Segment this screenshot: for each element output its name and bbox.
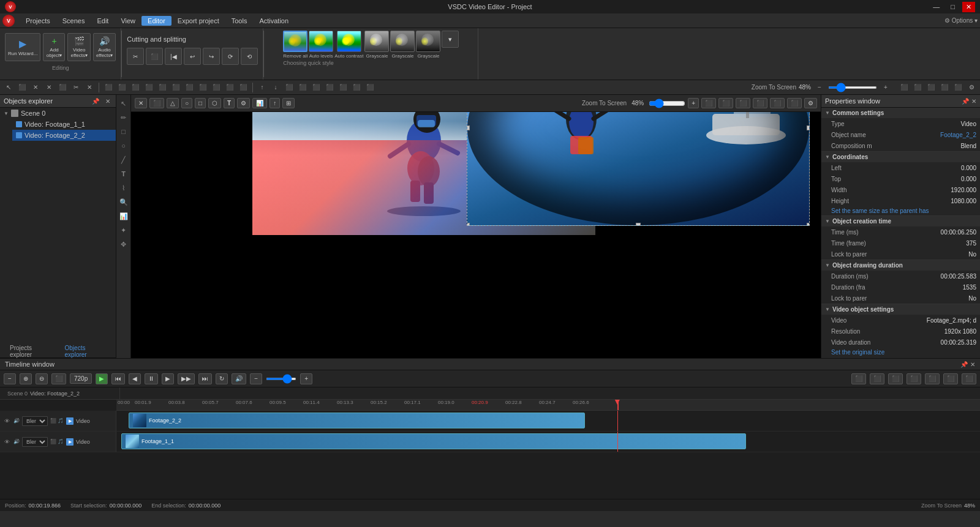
canvas-tb-gear[interactable]: ⚙ <box>237 98 250 108</box>
tb2-align10[interactable]: ⬛ <box>224 82 236 93</box>
tb2-select[interactable]: ⬛ <box>16 82 28 93</box>
tb2-align11[interactable]: ⬛ <box>237 82 249 93</box>
tb2-align3[interactable]: ⬛ <box>129 82 141 93</box>
tb2-b2[interactable]: ✂ <box>70 82 82 93</box>
lt-line[interactable]: ╱ <box>118 154 130 166</box>
tb2-lock[interactable]: ⬛ <box>323 82 336 93</box>
tb2-view4[interactable]: ⬛ <box>938 82 951 93</box>
object-drawing-header[interactable]: ▼ Object drawing duration <box>821 260 980 271</box>
tb2-more1[interactable]: ⬛ <box>337 82 349 93</box>
tl-minus[interactable]: − <box>4 373 16 384</box>
tl-snap[interactable]: ⬛ <box>851 373 866 384</box>
clip-footage11[interactable]: Footage_1_1 <box>121 433 746 449</box>
qs-auto-contrast[interactable] <box>337 31 361 52</box>
tb2-arrange[interactable]: ⬛ <box>283 82 295 93</box>
tl-fast-fwd[interactable]: ▶▶ <box>178 373 195 384</box>
tb2-align9[interactable]: ⬛ <box>210 82 222 93</box>
canvas-view3[interactable]: ⬛ <box>736 98 750 108</box>
tl-vol[interactable]: 🔊 <box>232 373 246 384</box>
tl-zoom-fit[interactable]: ⬛ <box>943 373 958 384</box>
common-settings-header[interactable]: ▼ Common settings <box>821 108 980 118</box>
cut-btn1[interactable]: ✂ <box>127 48 144 65</box>
qs-grayscale1[interactable] <box>364 31 389 52</box>
tb2-align4[interactable]: ⬛ <box>143 82 155 93</box>
objects-explorer-close[interactable]: ✕ <box>104 98 112 105</box>
cut-btn2[interactable]: ⬛ <box>146 48 163 65</box>
tl-vol-down[interactable]: − <box>250 373 262 384</box>
tb2-more3[interactable]: ⬛ <box>364 82 376 93</box>
canvas-tb-grid[interactable]: ⊞ <box>282 98 295 108</box>
tb2-ungroup[interactable]: ⬛ <box>310 82 322 93</box>
tb2-align6[interactable]: ⬛ <box>170 82 182 93</box>
tb2-view3[interactable]: ⬛ <box>925 82 937 93</box>
lt-zoom-in[interactable]: 🔍 <box>118 196 130 208</box>
props-pin[interactable]: 📌 <box>962 98 969 105</box>
track11-eye[interactable]: 👁 <box>2 438 11 446</box>
qs-auto-levels[interactable] <box>309 31 333 52</box>
canvas-gear2[interactable]: ⚙ <box>804 98 817 108</box>
canvas-view4[interactable]: ⬛ <box>753 98 767 108</box>
zoom-plus[interactable]: + <box>880 82 892 93</box>
menu-edit[interactable]: Edit <box>91 16 115 26</box>
zoom-minus[interactable]: − <box>813 82 826 93</box>
tb2-down[interactable]: ↓ <box>270 82 282 93</box>
tb2-view5[interactable]: ⬛ <box>952 82 964 93</box>
quickstyle-more-button[interactable]: ▾ <box>442 31 459 48</box>
tree-scene0[interactable]: ▼ Scene 0 <box>0 108 116 119</box>
tb2-arrow[interactable]: ↖ <box>2 82 15 93</box>
tl-pause[interactable]: ⏸ <box>145 373 158 384</box>
tl-split-view[interactable]: ⬛ <box>962 373 976 384</box>
prop-same-size-link[interactable]: Set the same size as the parent has <box>821 206 980 215</box>
objects-explorer-pin[interactable]: 📌 <box>90 98 101 105</box>
tb2-align2[interactable]: ⬛ <box>116 82 128 93</box>
track22-blend-select[interactable]: Blend <box>22 416 48 426</box>
qs-grayscale3[interactable] <box>416 31 440 52</box>
tl-begin[interactable]: ⏮ <box>111 373 125 384</box>
minimize-button[interactable]: — <box>929 2 943 12</box>
coordinates-header[interactable]: ▼ Coordinates <box>821 152 980 162</box>
lt-chart[interactable]: 📊 <box>118 210 130 222</box>
prop-source-duration-link[interactable]: Set the source duration <box>821 357 980 358</box>
add-object-button[interactable]: + Addobject▾ <box>43 33 65 61</box>
canvas-zoom-slider[interactable] <box>649 99 685 108</box>
tab-projects-explorer[interactable]: Projects explorer <box>4 343 59 361</box>
menu-export[interactable]: Export project <box>172 16 225 26</box>
tl-mark-in[interactable]: ⬛ <box>870 373 884 384</box>
video-settings-header[interactable]: ▼ Video object settings <box>821 304 980 315</box>
app-menu-icon[interactable]: V <box>2 15 15 27</box>
cut-btn3[interactable]: |◀ <box>165 48 182 65</box>
tl-play[interactable]: ▶ <box>96 373 108 384</box>
menu-activation[interactable]: Activation <box>253 16 295 26</box>
canvas-tb-btn4[interactable]: ○ <box>181 98 192 108</box>
quality-badge[interactable]: 720p <box>70 373 92 384</box>
tl-loop[interactable]: ↻ <box>216 373 228 384</box>
canvas-view5[interactable]: ⬛ <box>770 98 785 108</box>
prop-original-size-link[interactable]: Set the original size <box>821 348 980 357</box>
tree-footage1-1[interactable]: Video: Footage_1_1 <box>12 119 116 130</box>
cut-btn6[interactable]: ⟳ <box>222 48 239 65</box>
lt-pen[interactable]: ✏ <box>118 111 130 124</box>
lt-shape[interactable]: □ <box>118 125 130 138</box>
qs-grayscale2[interactable] <box>390 31 415 52</box>
canvas-view6[interactable]: ⬛ <box>787 98 802 108</box>
menu-projects[interactable]: Projects <box>20 16 56 26</box>
menu-scenes[interactable]: Scenes <box>56 16 91 26</box>
tb2-delete[interactable]: ✕ <box>29 82 42 93</box>
canvas-tb-btn2[interactable]: ⬛ <box>149 98 164 108</box>
cut-btn7[interactable]: ⟲ <box>241 48 258 65</box>
lt-text[interactable]: T <box>118 168 130 180</box>
tl-vol-slider[interactable] <box>266 378 296 380</box>
tb2-cut[interactable]: ✕ <box>43 82 55 93</box>
timeline-close[interactable]: ✕ <box>970 361 975 368</box>
canvas-view1[interactable]: ⬛ <box>701 98 716 108</box>
tb2-group[interactable]: ⬛ <box>296 82 309 93</box>
canvas-tb-t[interactable]: T <box>224 98 235 108</box>
canvas-tb-up[interactable]: ↑ <box>270 98 280 108</box>
tree-footage2-2[interactable]: Video: Footage_2_2 <box>12 130 116 141</box>
timeline-pin[interactable]: 📌 <box>960 361 968 368</box>
tl-lock[interactable]: ⬛ <box>51 373 66 384</box>
tb2-b1[interactable]: ⬛ <box>56 82 69 93</box>
canvas-tb-chart[interactable]: 📊 <box>252 98 267 108</box>
track11-blend-select[interactable]: Blend <box>22 437 48 447</box>
tb2-b3[interactable]: ✕ <box>83 82 96 93</box>
